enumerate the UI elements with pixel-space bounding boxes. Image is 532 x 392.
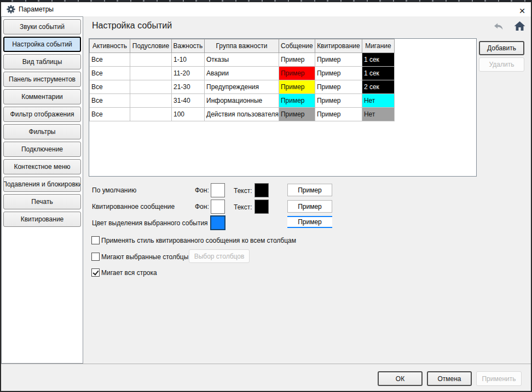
acked-text-swatch[interactable] [255,200,269,214]
table-cell[interactable]: Все [90,108,130,121]
table-cell[interactable]: 21-30 [172,80,205,94]
table-cell[interactable]: Все [90,67,130,80]
table-body: Все1-10ОтказыПримерПример1 секВсе11-20Ав… [90,53,395,121]
sidebar: Звуки событийНастройка событийВид таблиц… [1,16,83,364]
sidebar-item[interactable]: Звуки событий [3,19,81,34]
acked-bg-label: Фон: [195,203,209,210]
table-cell[interactable]: Информационные [205,94,279,108]
default-text-swatch[interactable] [255,183,269,197]
table-cell[interactable]: Пример [315,94,362,108]
table-cell[interactable]: Пример [315,108,362,121]
acked-style-label: Квитированное сообщение [92,203,175,210]
table-cell[interactable]: Все [90,53,130,67]
table-cell[interactable]: Пример [279,67,315,80]
table-row: Все21-30ПредупрежденияПримерПример2 сек [90,80,395,94]
close-icon[interactable]: × [514,4,530,17]
sidebar-item[interactable]: Печать [3,194,81,209]
table-cell[interactable]: Пример [279,53,315,67]
table-cell[interactable]: 100 [172,108,205,121]
table-cell[interactable]: Пример [279,108,315,121]
column-select-button[interactable]: Выбор столбцов [189,249,250,263]
acked-text-label: Текст: [234,203,252,211]
sidebar-item[interactable]: Настройка событий [3,37,81,52]
table-cell[interactable]: Все [90,94,130,108]
table-cell[interactable]: Отказы [205,53,279,67]
default-style-label: По умолчанию [92,186,136,194]
table-cell[interactable] [130,94,172,108]
table-cell[interactable]: 1 сек [362,53,394,67]
column-header[interactable]: Важность [172,39,205,53]
sidebar-item[interactable]: Подавления и блокировки [3,177,81,192]
column-header[interactable]: Квитирование [315,39,362,53]
table-cell[interactable]: 11-20 [172,67,205,80]
table-cell[interactable] [130,53,172,67]
table-cell[interactable]: 31-40 [172,94,205,108]
titlebar: Параметры × [1,2,531,16]
table-cell[interactable]: Предупреждения [205,80,279,94]
table-row: Все31-40ИнформационныеПримерПримерНет [90,94,395,108]
table-cell[interactable]: Нет [362,94,394,108]
home-icon[interactable] [514,21,525,31]
sidebar-item[interactable]: Контекстное меню [3,159,81,174]
window-title: Параметры [19,5,54,13]
default-text-label: Текст: [234,187,252,195]
apply-button[interactable]: Применить [476,371,522,386]
selection-color-label: Цвет выделения выбранного события [92,219,208,227]
add-button[interactable]: Добавить [479,41,524,55]
blink-columns-label[interactable]: Мигают выбранные столбцы [101,253,188,261]
table-cell[interactable]: Пример [279,94,315,108]
sidebar-item[interactable]: Квитирование [3,212,81,227]
table-cell[interactable]: Нет [362,108,394,121]
table-cell[interactable]: 1-10 [172,53,205,67]
column-header[interactable]: Собщение [279,39,315,53]
column-header[interactable]: Активность [90,39,130,53]
default-sample-button[interactable]: Пример [287,184,332,196]
events-table: АктивностьПодусловиеВажностьГруппа важно… [89,39,395,121]
table-cell[interactable]: 1 сек [362,67,394,80]
table-cell[interactable]: 2 сек [362,80,394,94]
table-cell[interactable]: Пример [315,53,362,67]
cancel-button[interactable]: Отмена [427,371,472,386]
blink-row-label[interactable]: Мигает вся строка [101,269,157,277]
table-header-row: АктивностьПодусловиеВажностьГруппа важно… [90,39,395,53]
table-row: Все1-10ОтказыПримерПример1 сек [90,53,395,67]
table-cell[interactable] [130,67,172,80]
sidebar-item[interactable]: Подключение [3,142,81,157]
sidebar-item[interactable]: Фильтры [3,124,81,139]
undo-icon[interactable] [493,22,504,31]
table-cell[interactable]: Пример [315,67,362,80]
selection-sample-button[interactable]: Пример [287,216,332,228]
column-header[interactable]: Группа важности [205,39,279,53]
ok-button[interactable]: ОК [378,371,423,386]
sidebar-item[interactable]: Панель инструментов [3,72,81,87]
table-row: Все100Действия пользователяПримерПримерН… [90,108,395,121]
table-row: Все11-20АварииПримерПример1 сек [90,67,395,80]
blink-columns-checkbox[interactable] [91,253,100,261]
selection-color-swatch[interactable] [210,215,225,230]
table-cell[interactable]: Пример [279,80,315,94]
apply-acked-style-checkbox[interactable] [91,236,100,244]
table-cell[interactable]: Аварии [205,67,279,80]
page-title: Настройка событий [92,21,172,31]
delete-button[interactable]: Удалить [479,57,524,72]
sidebar-item[interactable]: Вид таблицы [3,54,81,69]
default-bg-label: Фон: [195,186,209,194]
sidebar-item[interactable]: Фильтр отображения [3,107,81,122]
table-cell[interactable] [130,80,172,94]
gear-icon [7,5,15,14]
acked-sample-button[interactable]: Пример [287,200,332,213]
footer-separator [1,364,531,364]
apply-acked-style-label[interactable]: Применять стиль квитированного сообщения… [101,237,296,244]
events-table-container: АктивностьПодусловиеВажностьГруппа важно… [89,38,477,177]
sidebar-item[interactable]: Комментарии [3,89,81,104]
table-cell[interactable] [130,108,172,121]
table-cell[interactable]: Пример [315,80,362,94]
default-bg-swatch[interactable] [211,183,225,197]
table-cell[interactable]: Все [90,80,130,94]
column-header[interactable]: Подусловие [130,39,172,53]
blink-row-checkbox[interactable] [91,268,100,277]
table-cell[interactable]: Действия пользователя [205,108,279,121]
acked-bg-swatch[interactable] [211,200,225,214]
column-header[interactable]: Мигание [362,39,394,53]
